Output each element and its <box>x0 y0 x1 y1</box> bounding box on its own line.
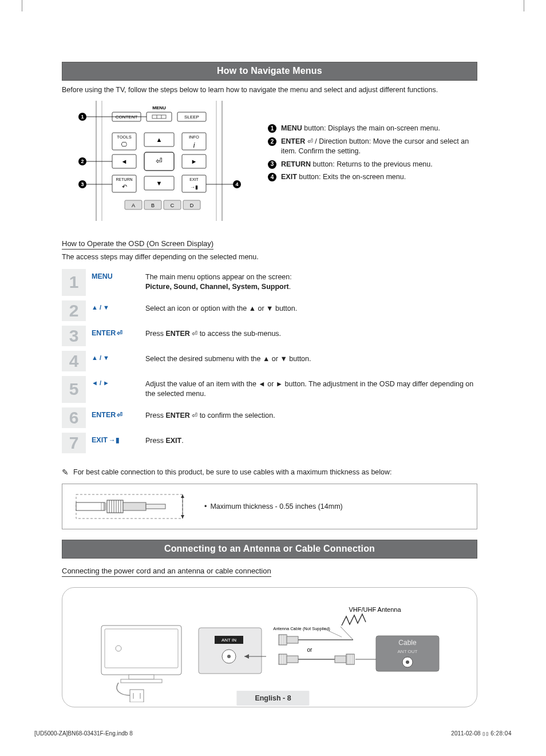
svg-rect-67 <box>287 656 298 663</box>
svg-line-71 <box>341 627 353 640</box>
svg-point-75 <box>406 660 409 664</box>
step-row: 3 ENTER ⏎ Press ENTER ⏎ to access the su… <box>62 323 477 349</box>
step-description: Adjust the value of an item with the ◄ o… <box>143 376 477 403</box>
remote-exit-label: EXIT <box>189 177 199 181</box>
svg-text:🖵: 🖵 <box>121 141 127 148</box>
callout-list: 1 MENU button: Displays the main on-scre… <box>268 124 477 185</box>
step-row: 2 ▲ / ▼ Select an icon or option with th… <box>62 298 477 323</box>
step-description: The main menu options appear on the scre… <box>143 269 477 296</box>
step-number: 4 <box>69 353 79 370</box>
svg-text:4: 4 <box>235 181 238 187</box>
svg-text:3: 3 <box>81 181 84 187</box>
osd-subnote: The access steps may differ depending on… <box>62 253 477 261</box>
svg-rect-55 <box>121 679 162 683</box>
step-number: 1 <box>69 274 79 291</box>
step-number: 6 <box>69 409 79 426</box>
step-key: EXIT→▮ <box>86 433 143 448</box>
step-row: 7 EXIT→▮ Press EXIT. <box>62 430 477 456</box>
enter-icon: ⏎ <box>190 411 197 419</box>
cable-not-supplied-label: Antenna Cable (Not Supplied) <box>273 626 330 631</box>
remote-tools-label: TOOLS <box>117 134 131 140</box>
callout-number-icon: 2 <box>268 137 276 146</box>
remote-diagram: CONTENT MENU SLEEP TOOLS 🖵 INFO <box>62 101 251 223</box>
step-row: 5 ◄ / ► Adjust the value of an item with… <box>62 374 477 405</box>
cable-thickness-box: •Maximum thickness - 0.55 inches (14mm) <box>62 484 477 529</box>
svg-rect-44 <box>76 502 105 510</box>
svg-rect-64 <box>287 636 298 643</box>
callout-1: 1 MENU button: Displays the main on-scre… <box>268 124 477 133</box>
svg-rect-47 <box>146 504 165 509</box>
svg-rect-56 <box>130 690 144 702</box>
callout-number-icon: 4 <box>268 173 276 181</box>
enter-icon: ⏎ <box>117 411 122 419</box>
callout-number-icon: 3 <box>268 160 276 169</box>
svg-rect-69 <box>335 656 346 663</box>
step-key: ENTER ⏎ <box>86 326 143 341</box>
footer-timestamp: 2011-02-08 ▯▯ 6:28:04 <box>451 730 512 737</box>
svg-text:i: i <box>193 141 195 149</box>
note-icon: ✎ <box>62 468 69 477</box>
svg-text:◄: ◄ <box>121 158 128 165</box>
step-row: 6 ENTER ⏎ Press ENTER ⏎ to confirm the s… <box>62 405 477 430</box>
remote-menu-label: MENU <box>152 105 166 110</box>
callout-number-icon: 1 <box>268 124 276 133</box>
remote-return-label: RETURN <box>116 177 132 181</box>
cable-drawing <box>73 492 187 521</box>
svg-text:▼: ▼ <box>156 180 163 187</box>
step-key: ▲ / ▼ <box>86 300 143 314</box>
ant-in-label: ANT IN <box>221 638 236 643</box>
antenna-diagram-box: ANT IN <box>62 587 477 707</box>
svg-text:⏎: ⏎ <box>156 156 163 165</box>
step-number: 5 <box>69 381 79 398</box>
callout-2: 2 ENTER ⏎ / Direction button: Move the c… <box>268 137 477 156</box>
step-description: Press ENTER ⏎ to confirm the selection. <box>143 407 477 425</box>
step-number: 3 <box>69 327 79 345</box>
connection-subheading: Connecting the power cord and an antenna… <box>62 567 271 577</box>
cable-box-label: Cable <box>398 639 417 647</box>
step-number: 2 <box>69 302 79 319</box>
svg-text:2: 2 <box>81 159 84 164</box>
svg-rect-54 <box>129 675 154 679</box>
step-description: Select an icon or option with the ▲ or ▼… <box>143 300 477 318</box>
svg-point-60 <box>227 655 231 658</box>
intro-paragraph: Before using the TV, follow the steps be… <box>62 85 477 95</box>
osd-subheading: How to Operate the OSD (On Screen Displa… <box>62 239 213 250</box>
svg-text:▲: ▲ <box>156 136 163 143</box>
footer-filename: [UD5000-ZA]BN68-03431F-Eng.indb 8 <box>34 730 133 737</box>
svg-text:→▮: →▮ <box>190 184 198 190</box>
cable-max-text: Maximum thickness - 0.55 inches (14mm) <box>210 502 342 510</box>
step-key: ◄ / ► <box>86 376 143 390</box>
svg-marker-49 <box>181 494 184 498</box>
step-key: ENTER ⏎ <box>86 407 143 422</box>
step-row: 4 ▲ / ▼ Select the desired submenu with … <box>62 349 477 374</box>
step-row: 1 MENU The main menu options appear on t… <box>62 267 477 298</box>
svg-text:↶: ↶ <box>122 183 127 190</box>
page-content: How to Navigate Menus Before using the T… <box>62 62 477 707</box>
remote-content-label: CONTENT <box>116 114 138 120</box>
svg-marker-50 <box>181 515 184 518</box>
remote-c-label: C <box>171 203 175 208</box>
section-header-navigate: How to Navigate Menus <box>62 62 477 81</box>
step-description: Press ENTER ⏎ to access the sub-menus. <box>143 326 477 343</box>
step-key: ▲ / ▼ <box>86 351 143 365</box>
crop-mark <box>524 0 524 11</box>
remote-d-label: D <box>190 203 194 208</box>
vhf-label: VHF/UHF Antenna <box>349 606 401 613</box>
enter-icon: ⏎ <box>117 329 122 337</box>
callout-4: 4 EXIT button: Exits the on-screen menu. <box>268 172 477 182</box>
step-description: Press EXIT. <box>143 433 477 450</box>
remote-sleep-label: SLEEP <box>184 114 199 120</box>
step-number: 7 <box>69 434 79 452</box>
step-description: Select the desired submenu with the ▲ or… <box>143 351 477 368</box>
section-header-antenna: Connecting to an Antenna or Cable Connec… <box>62 540 477 559</box>
svg-rect-46 <box>123 502 146 510</box>
exit-icon: →▮ <box>109 436 120 444</box>
enter-icon: ⏎ <box>190 330 197 338</box>
svg-line-72 <box>325 629 342 637</box>
enter-icon: ⏎ <box>305 137 312 145</box>
cable-thickness-note: ✎ For best cable connection to this prod… <box>62 468 477 477</box>
page-footer-language: English - 8 <box>236 691 309 706</box>
osd-steps-table: 1 MENU The main menu options appear on t… <box>62 267 477 456</box>
step-key: MENU <box>86 269 143 284</box>
callout-3: 3 RETURN button: Returns to the previous… <box>268 160 477 169</box>
